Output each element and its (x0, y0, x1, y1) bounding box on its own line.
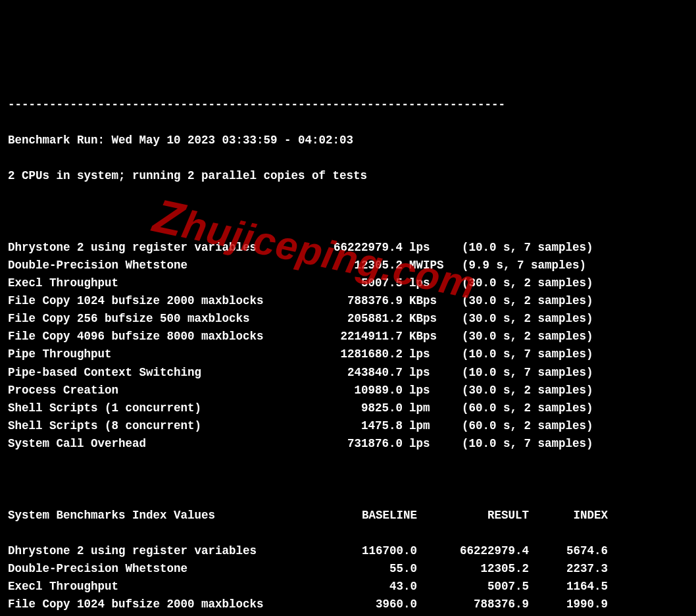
test-unit: lps (403, 239, 445, 257)
test-unit: KBps (403, 310, 445, 328)
index-index: 2237.3 (529, 560, 608, 578)
test-name: Pipe Throughput (8, 346, 291, 363)
tests-block: Dhrystone 2 using register variables6622… (8, 239, 688, 453)
test-unit: lps (403, 274, 445, 292)
index-baseline: 116700.0 (292, 542, 417, 560)
test-row: Shell Scripts (8 concurrent)1475.8lpm(60… (8, 417, 688, 435)
test-value: 1475.8 (291, 417, 403, 435)
test-name: Shell Scripts (1 concurrent) (8, 399, 291, 417)
test-name: Process Creation (8, 382, 291, 399)
test-samples: (30.0 s, 2 samples) (445, 328, 593, 346)
test-row: Double-Precision Whetstone12305.2MWIPS(9… (8, 257, 688, 274)
col-baseline: BASELINE (292, 507, 417, 525)
index-result: 12305.2 (417, 560, 529, 578)
test-name: Execl Throughput (8, 274, 291, 292)
test-samples: (9.9 s, 7 samples) (445, 257, 586, 274)
test-samples: (30.0 s, 2 samples) (445, 292, 593, 310)
test-samples: (10.0 s, 7 samples) (445, 346, 593, 363)
index-index: 1164.5 (529, 578, 608, 596)
test-unit: lps (403, 346, 445, 363)
test-row: File Copy 1024 bufsize 2000 maxblocks788… (8, 292, 688, 310)
test-unit: KBps (403, 328, 445, 346)
index-row: Double-Precision Whetstone55.012305.2223… (8, 560, 688, 578)
index-baseline: 3960.0 (292, 596, 417, 613)
test-value: 12305.2 (291, 257, 403, 274)
benchmark-run-line: Benchmark Run: Wed May 10 2023 03:33:59 … (8, 132, 688, 149)
index-baseline: 55.0 (292, 560, 417, 578)
test-name: File Copy 4096 bufsize 8000 maxblocks (8, 328, 291, 346)
test-value: 10989.0 (291, 382, 403, 399)
test-samples: (30.0 s, 2 samples) (445, 274, 593, 292)
dashes-line: ----------------------------------------… (8, 96, 688, 114)
index-row: Dhrystone 2 using register variables1167… (8, 542, 688, 560)
test-samples: (30.0 s, 2 samples) (445, 310, 593, 328)
test-value: 731876.0 (291, 435, 403, 453)
test-row: Dhrystone 2 using register variables6622… (8, 239, 688, 257)
index-header-row: System Benchmarks Index ValuesBASELINERE… (8, 507, 688, 525)
test-row: Execl Throughput5007.5lps(30.0 s, 2 samp… (8, 274, 688, 292)
index-result: 205881.2 (417, 613, 529, 616)
test-unit: lpm (403, 417, 445, 435)
index-block: Dhrystone 2 using register variables1167… (8, 542, 688, 616)
index-index: 1990.9 (529, 596, 608, 613)
index-index: 1244.0 (529, 613, 608, 616)
test-name: Pipe-based Context Switching (8, 364, 291, 382)
test-unit: lps (403, 382, 445, 399)
test-samples: (10.0 s, 7 samples) (445, 364, 593, 382)
index-name: File Copy 1024 bufsize 2000 maxblocks (8, 596, 292, 613)
test-samples: (60.0 s, 2 samples) (445, 399, 593, 417)
col-result: RESULT (417, 507, 529, 525)
test-row: Process Creation10989.0lps(30.0 s, 2 sam… (8, 382, 688, 399)
index-result: 788376.9 (417, 596, 529, 613)
test-unit: lps (403, 364, 445, 382)
cpu-info-line: 2 CPUs in system; running 2 parallel cop… (8, 167, 688, 185)
test-value: 9825.0 (291, 399, 403, 417)
test-unit: lpm (403, 399, 445, 417)
test-name: File Copy 1024 bufsize 2000 maxblocks (8, 292, 291, 310)
index-name: File Copy 256 bufsize 500 maxblocks (8, 613, 292, 616)
test-value: 2214911.7 (291, 328, 403, 346)
test-row: File Copy 256 bufsize 500 maxblocks20588… (8, 310, 688, 328)
test-row: Pipe-based Context Switching243840.7lps(… (8, 364, 688, 382)
test-name: System Call Overhead (8, 435, 291, 453)
test-row: System Call Overhead731876.0lps(10.0 s, … (8, 435, 688, 453)
test-unit: KBps (403, 292, 445, 310)
test-name: Shell Scripts (8 concurrent) (8, 417, 291, 435)
index-name: Execl Throughput (8, 578, 292, 596)
test-unit: lps (403, 435, 445, 453)
test-value: 788376.9 (291, 292, 403, 310)
terminal-output: ----------------------------------------… (8, 78, 688, 617)
index-title: System Benchmarks Index Values (8, 507, 292, 525)
index-baseline: 43.0 (292, 578, 417, 596)
test-row: Shell Scripts (1 concurrent)9825.0lpm(60… (8, 399, 688, 417)
test-samples: (30.0 s, 2 samples) (445, 382, 593, 399)
test-name: Dhrystone 2 using register variables (8, 239, 291, 257)
test-samples: (10.0 s, 7 samples) (445, 239, 593, 257)
test-samples: (60.0 s, 2 samples) (445, 417, 593, 435)
test-value: 243840.7 (291, 364, 403, 382)
test-value: 5007.5 (291, 274, 403, 292)
test-value: 1281680.2 (291, 346, 403, 363)
index-row: File Copy 256 bufsize 500 maxblocks1655.… (8, 613, 688, 616)
index-result: 66222979.4 (417, 542, 529, 560)
index-index: 5674.6 (529, 542, 608, 560)
index-result: 5007.5 (417, 578, 529, 596)
test-row: File Copy 4096 bufsize 8000 maxblocks221… (8, 328, 688, 346)
test-value: 66222979.4 (291, 239, 403, 257)
test-name: Double-Precision Whetstone (8, 257, 291, 274)
index-name: Double-Precision Whetstone (8, 560, 292, 578)
test-row: Pipe Throughput1281680.2lps(10.0 s, 7 sa… (8, 346, 688, 363)
index-row: Execl Throughput43.05007.51164.5 (8, 578, 688, 596)
index-row: File Copy 1024 bufsize 2000 maxblocks396… (8, 596, 688, 613)
test-unit: MWIPS (403, 257, 445, 274)
index-baseline: 1655.0 (292, 613, 417, 616)
index-name: Dhrystone 2 using register variables (8, 542, 292, 560)
test-name: File Copy 256 bufsize 500 maxblocks (8, 310, 291, 328)
test-samples: (10.0 s, 7 samples) (445, 435, 593, 453)
test-value: 205881.2 (291, 310, 403, 328)
col-index: INDEX (529, 507, 608, 525)
